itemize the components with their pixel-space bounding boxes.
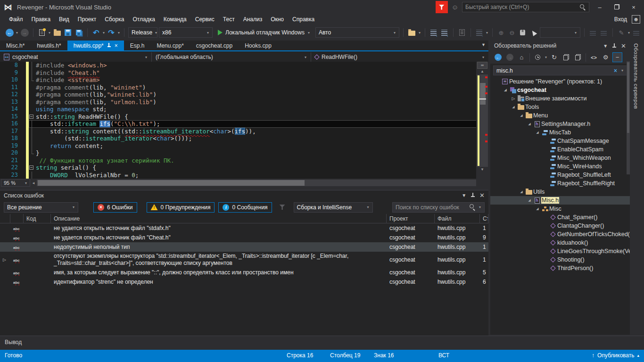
document-tab[interactable]: csgocheat.cpp: [190, 41, 239, 50]
find-in-files-icon[interactable]: [407, 27, 417, 38]
indent-increase-icon[interactable]: [599, 27, 609, 38]
error-row[interactable]: abcне удается открыть источник файл "Che…: [0, 233, 488, 242]
code-line[interactable]: 10#include <sstream>: [0, 76, 488, 84]
document-tab[interactable]: Misc.h*: [0, 41, 31, 50]
zoom-in-icon[interactable]: ⊕: [496, 27, 506, 38]
tree-item[interactable]: ◢csgocheat: [490, 86, 630, 94]
code-line[interactable]: 17 std::string content((std::istreambuf_…: [0, 128, 488, 135]
publish-button[interactable]: ↑ Опубликовать ▴: [592, 352, 639, 359]
tree-item[interactable]: Misc_WhichWeapon: [490, 154, 630, 162]
tree-item[interactable]: ◢hMisc.h: [490, 196, 630, 205]
platform-select[interactable]: x86▾: [159, 27, 213, 38]
find-dropdown-icon[interactable]: ▾: [419, 31, 421, 35]
quick-launch-input[interactable]: Быстрый запуск (Ctrl+Q): [462, 2, 589, 12]
forward-icon[interactable]: →: [505, 52, 515, 62]
close-icon[interactable]: ✕: [621, 42, 626, 49]
solution-explorer-title-bar[interactable]: Обозреватель решений ▼ ✕: [490, 41, 630, 51]
collapse-all-icon[interactable]: [561, 52, 571, 62]
display-items-icon[interactable]: [632, 27, 641, 38]
expanded-arrow-icon[interactable]: ◢: [534, 207, 541, 211]
fold-margin[interactable]: [29, 69, 36, 77]
code-line[interactable]: 22−string serial() {: [0, 164, 488, 172]
scroll-left-icon[interactable]: ◂: [30, 181, 37, 185]
tree-item[interactable]: Chat_Spamer(): [490, 213, 630, 222]
tab-overflow-dropdown-icon[interactable]: ▼: [481, 42, 486, 47]
editor-zoom-select[interactable]: 95 %▾: [1, 179, 30, 187]
error-marker[interactable]: [485, 134, 487, 136]
window-position-dropdown-icon[interactable]: ▼: [603, 43, 608, 49]
tree-item[interactable]: ◢hSettingsManager.h: [490, 120, 630, 128]
build-project-icon[interactable]: [440, 27, 449, 38]
code-line[interactable]: 9#include "Cheat.h": [0, 69, 488, 77]
menu-item[interactable]: Окно: [266, 15, 288, 24]
editor-vertical-scrollbar[interactable]: ═ ▲ ▼: [476, 62, 488, 179]
expanded-arrow-icon[interactable]: ◢: [526, 122, 533, 126]
code-line[interactable]: 23 DWORD lVolSerialNbr = 0;: [0, 172, 488, 179]
fold-margin[interactable]: [29, 99, 36, 106]
open-file-icon[interactable]: [52, 27, 62, 38]
document-tab[interactable]: Menu.cpp*: [150, 41, 190, 50]
undo-icon[interactable]: ↶: [91, 27, 101, 38]
pan-hand-icon[interactable]: [518, 27, 528, 38]
properties-icon[interactable]: ⚙: [601, 52, 611, 62]
menu-item[interactable]: Тест: [219, 15, 239, 24]
expanded-arrow-icon[interactable]: ◢: [518, 190, 525, 194]
select-pointer-icon[interactable]: [529, 27, 538, 38]
code-line[interactable]: 8#include <windows.h>: [0, 62, 488, 69]
tree-item[interactable]: Shooting(): [490, 255, 630, 264]
editor-horizontal-scrollbar[interactable]: [37, 180, 476, 186]
code-line[interactable]: 16 std::ifstream ifs("C:\\h.txt");: [0, 120, 488, 128]
redo-dropdown-icon[interactable]: ▾: [118, 31, 120, 35]
split-editor-handle[interactable]: ═: [477, 62, 487, 69]
error-list-title-bar[interactable]: Список ошибок ▼ ✕: [0, 190, 488, 200]
error-row[interactable]: abcидентификатор "strenc" не определенcs…: [0, 277, 488, 287]
new-file-icon[interactable]: [37, 27, 47, 38]
pin-icon[interactable]: [107, 43, 111, 48]
save-all-icon[interactable]: [74, 27, 83, 38]
empty-combo-select[interactable]: ▾: [540, 27, 580, 38]
scroll-up-icon[interactable]: ▲: [476, 69, 488, 74]
solution-search-input[interactable]: misc.h × ▾: [493, 66, 627, 75]
view-code-icon[interactable]: <>: [589, 52, 599, 62]
user-avatar-icon[interactable]: ☻: [632, 15, 640, 24]
tree-item[interactable]: GetNumberOfTicksChoked(C: [490, 230, 630, 239]
fold-margin[interactable]: [29, 142, 36, 150]
error-marker[interactable]: [485, 76, 487, 78]
solution-explorer-scrollbar[interactable]: [627, 61, 630, 174]
code-editor[interactable]: 8#include <windows.h>9#include "Cheat.h"…: [0, 62, 488, 179]
expanded-arrow-icon[interactable]: ◢: [526, 198, 533, 202]
project-column-header[interactable]: Проект: [387, 214, 435, 223]
navbar-member-select[interactable]: ReadHWFile()▾: [311, 52, 488, 62]
navigate-back-icon[interactable]: ←: [5, 27, 14, 38]
code-line[interactable]: 21 // Функция которая узнает серийник ПК…: [0, 157, 488, 165]
show-all-files-icon[interactable]: [573, 52, 583, 62]
fold-margin[interactable]: [29, 157, 36, 165]
configuration-select[interactable]: Release▾: [128, 27, 157, 38]
feedback-button[interactable]: [436, 1, 448, 13]
document-tab[interactable]: hwutils.cpp*×: [67, 41, 124, 50]
menu-item[interactable]: Сборка: [100, 15, 128, 24]
document-tab[interactable]: hwutils.h*: [31, 41, 67, 50]
pending-changes-filter-icon[interactable]: [533, 52, 543, 62]
indent-decrease-icon[interactable]: [588, 27, 598, 38]
scrollbar-thumb[interactable]: [627, 62, 629, 133]
line-column-header[interactable]: Строка: [480, 214, 488, 223]
step-icons[interactable]: [475, 27, 484, 38]
error-row[interactable]: abcне удается открыть источник файл "std…: [0, 223, 488, 233]
fold-margin[interactable]: [29, 172, 36, 179]
fold-margin[interactable]: [29, 76, 36, 84]
step-dropdown-icon[interactable]: ▾: [486, 31, 488, 35]
watch-mode-select[interactable]: Авто▾: [315, 27, 399, 38]
scroll-down-icon[interactable]: ▼: [476, 167, 488, 173]
fold-margin[interactable]: −: [29, 164, 36, 172]
sync-with-active-document-icon[interactable]: ↻: [549, 52, 559, 62]
tree-item[interactable]: kiduahook(): [490, 239, 630, 247]
error-search-input[interactable]: Поиск по списку ошибок ▾: [392, 202, 485, 213]
search-dropdown-icon[interactable]: ▾: [621, 68, 623, 73]
code-line[interactable]: 12#pragma comment(lib,"wininet.lib"): [0, 91, 488, 99]
fold-margin[interactable]: [29, 106, 36, 113]
menu-item[interactable]: Сервис: [191, 15, 219, 24]
menu-item[interactable]: Файл: [5, 15, 27, 24]
error-row[interactable]: abcнедопустимый неполный типcsgocheathwu…: [0, 242, 488, 252]
warnings-toggle-button[interactable]: ! 0 Предупреждения: [147, 202, 215, 213]
